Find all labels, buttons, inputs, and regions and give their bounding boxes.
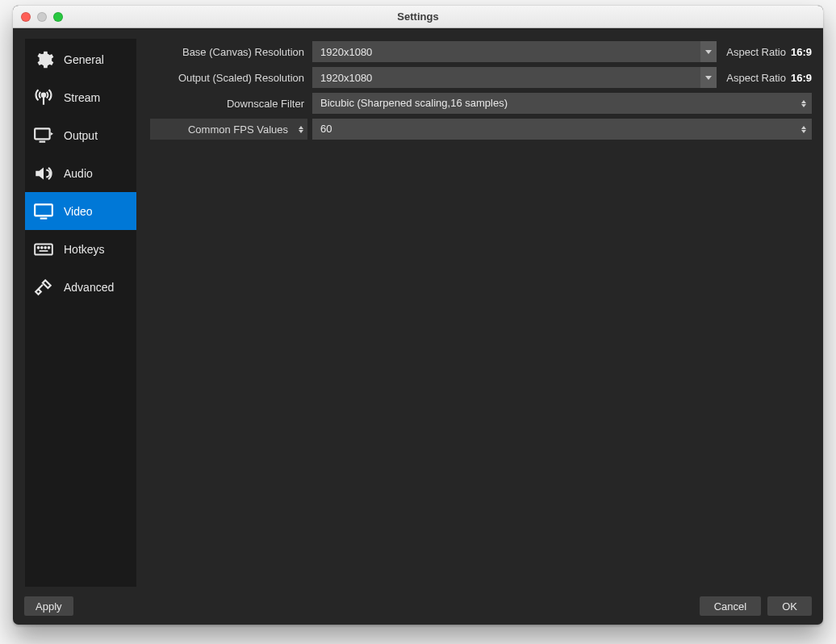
svg-point-0: [42, 93, 45, 96]
base-resolution-label: Base (Canvas) Resolution: [150, 46, 307, 58]
base-aspect-label: Aspect Ratio: [721, 46, 786, 58]
sidebar-item-label: Output: [64, 129, 98, 142]
keyboard-icon: [31, 239, 56, 260]
chevron-down-icon: [801, 130, 806, 133]
minimize-window-button[interactable]: [37, 12, 47, 22]
content-area: General Stream Output: [13, 28, 823, 625]
chevron-down-icon: [801, 104, 806, 107]
output-aspect-value: 16:9: [791, 72, 812, 84]
fps-value-select[interactable]: 60: [312, 119, 812, 140]
zoom-window-button[interactable]: [53, 12, 63, 22]
sidebar-item-label: Video: [64, 205, 93, 218]
downscale-filter-stepper[interactable]: [799, 100, 812, 107]
downscale-filter-value: Bicubic (Sharpened scaling,16 samples): [312, 93, 799, 114]
chevron-down-icon: [705, 50, 712, 54]
sidebar-item-label: General: [64, 53, 104, 66]
svg-point-7: [38, 246, 40, 248]
ok-button[interactable]: OK: [767, 596, 812, 616]
svg-rect-4: [35, 204, 52, 215]
sidebar-item-advanced[interactable]: Advanced: [25, 268, 136, 306]
sidebar-item-video[interactable]: Video: [25, 192, 136, 230]
fps-mode-select[interactable]: Common FPS Values: [150, 119, 307, 140]
sidebar-item-label: Stream: [64, 91, 100, 104]
output-resolution-label: Output (Scaled) Resolution: [150, 72, 307, 84]
monitor-icon: [31, 201, 56, 222]
video-settings-panel: Base (Canvas) Resolution Aspect Ratio 16…: [150, 38, 812, 588]
downscale-filter-select[interactable]: Bicubic (Sharpened scaling,16 samples): [312, 93, 812, 114]
output-resolution-field[interactable]: [312, 67, 717, 88]
sidebar-item-hotkeys[interactable]: Hotkeys: [25, 230, 136, 268]
output-resolution-input[interactable]: [312, 67, 700, 88]
apply-button[interactable]: Apply: [24, 596, 73, 616]
fps-mode-stepper[interactable]: [295, 119, 307, 140]
gear-icon: [31, 49, 56, 70]
dialog-footer: Apply Cancel OK: [24, 588, 812, 617]
close-window-button[interactable]: [21, 12, 31, 22]
window-title: Settings: [13, 10, 823, 23]
tools-icon: [31, 277, 56, 298]
sidebar-item-general[interactable]: General: [25, 40, 136, 78]
chevron-down-icon: [705, 76, 712, 80]
svg-rect-11: [40, 250, 48, 252]
svg-point-10: [48, 246, 50, 248]
output-aspect-label: Aspect Ratio: [721, 72, 786, 84]
base-aspect-value: 16:9: [791, 46, 812, 58]
cancel-button[interactable]: Cancel: [700, 596, 761, 616]
titlebar: Settings: [13, 6, 823, 28]
sidebar-item-label: Advanced: [64, 281, 114, 294]
sidebar-item-label: Audio: [64, 167, 93, 180]
video-form: Base (Canvas) Resolution Aspect Ratio 16…: [150, 41, 812, 140]
antenna-icon: [31, 87, 56, 108]
sidebar-item-audio[interactable]: Audio: [25, 154, 136, 192]
svg-rect-6: [35, 244, 52, 254]
chevron-down-icon: [299, 130, 303, 133]
base-resolution-dropdown-button[interactable]: [700, 41, 717, 62]
fps-mode-label: Common FPS Values: [150, 119, 295, 140]
settings-window: Settings General Stream: [13, 5, 823, 625]
body: General Stream Output: [24, 38, 812, 588]
row-fps: Common FPS Values 60: [150, 119, 812, 140]
sidebar-item-output[interactable]: Output: [25, 116, 136, 154]
fps-value: 60: [312, 119, 799, 140]
chevron-up-icon: [801, 100, 806, 103]
base-resolution-input[interactable]: [312, 41, 700, 62]
chevron-up-icon: [801, 126, 806, 129]
settings-sidebar: General Stream Output: [24, 38, 137, 588]
output-monitor-icon: [31, 125, 56, 146]
base-resolution-field[interactable]: [312, 41, 717, 62]
output-resolution-dropdown-button[interactable]: [700, 67, 717, 88]
sidebar-item-stream[interactable]: Stream: [25, 78, 136, 116]
downscale-filter-label: Downscale Filter: [150, 98, 307, 110]
svg-point-9: [44, 246, 46, 248]
speaker-icon: [31, 163, 56, 184]
row-base-resolution: Base (Canvas) Resolution Aspect Ratio 16…: [150, 41, 812, 62]
window-controls: [21, 12, 63, 22]
svg-point-8: [41, 246, 43, 248]
chevron-up-icon: [299, 126, 303, 129]
sidebar-item-label: Hotkeys: [64, 243, 105, 256]
row-downscale-filter: Downscale Filter Bicubic (Sharpened scal…: [150, 93, 812, 114]
svg-rect-2: [35, 128, 49, 139]
svg-line-12: [39, 284, 43, 288]
fps-value-stepper[interactable]: [799, 126, 812, 133]
row-output-resolution: Output (Scaled) Resolution Aspect Ratio …: [150, 67, 812, 88]
